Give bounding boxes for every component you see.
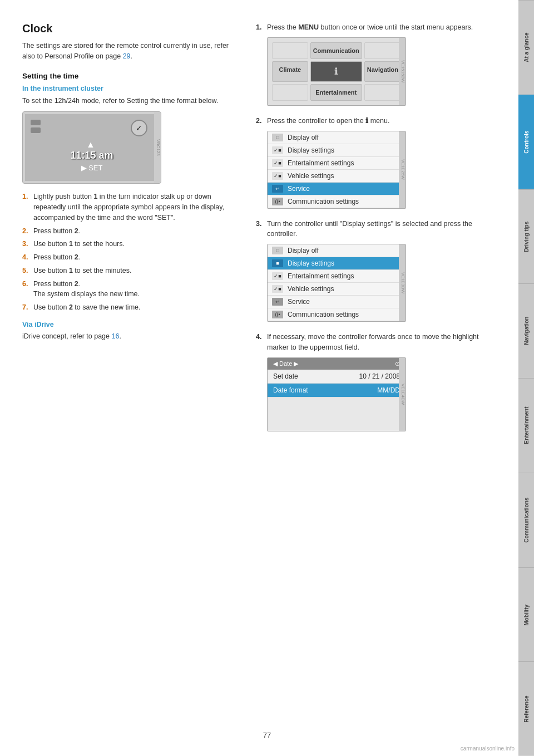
right-step-4: 4. If necessary, move the controller for… xyxy=(256,332,491,353)
menu-icon-vehicle-1: ✓■ xyxy=(272,172,283,180)
menu-icon-comm-settings-2: ((• xyxy=(272,311,283,318)
right-step-num-3: 3. xyxy=(256,219,267,240)
step-num-4: 4. xyxy=(22,252,33,263)
menu-label-comm-settings-1: Communication settings xyxy=(288,198,359,205)
menu-row-entertainment-2: ✓■ Entertainment settings xyxy=(268,270,406,283)
date-table-row-set-date: Set date 10 / 21 / 2008 xyxy=(268,370,406,384)
right-step-num-4: 4. xyxy=(256,332,267,353)
via-idrive-heading: Via iDrive xyxy=(22,321,239,328)
date-table-set-date-label: Set date xyxy=(268,370,337,383)
sidebar-tab-communications[interactable]: Communications xyxy=(518,473,534,567)
cluster-image-label: VBC123 xyxy=(154,112,161,183)
menu1-label: VE1E25W xyxy=(399,131,406,208)
menu-row-vehicle-1: ✓■ Vehicle settings xyxy=(268,170,406,183)
comm-cell-empty-3 xyxy=(272,84,308,101)
date-table-date-format-value: MM/DD xyxy=(337,384,406,397)
menu-icon-service-1: ↩ xyxy=(272,185,283,193)
menu-row-display-settings-2: ■ Display settings xyxy=(268,257,406,270)
cluster-check-icon: ✓ xyxy=(131,120,147,136)
menu-icon-entertainment-2: ✓■ xyxy=(272,272,283,280)
menu-icon-display-settings-2: ■ xyxy=(272,259,283,267)
menu-label-display-settings-2: Display settings xyxy=(288,259,334,267)
step-text-1: Lightly push button 1 in the turn indica… xyxy=(33,192,239,223)
right-step-2-block: 2. Press the controller to open the ℹ me… xyxy=(256,116,491,209)
step-item-2: 2. Press button 2. xyxy=(22,226,239,237)
date-table-header-left: ◀ Date ▶ xyxy=(273,360,298,367)
cluster-time: 11:15 am xyxy=(70,150,113,161)
right-step-1: 1. Press the MENU button once or twice u… xyxy=(256,22,491,33)
steps-list: 1. Lightly push button 1 in the turn ind… xyxy=(22,192,239,313)
cluster-image: ✓ ▲ 11:15 am ▶ SET VBC123 xyxy=(22,111,161,184)
date-table-label: VE1E4DW xyxy=(399,358,406,431)
comm-menu-grid: Communication Climate ℹ Navigation Enter… xyxy=(268,38,406,105)
instrument-cluster-text: To set the 12h/24h mode, refer to Settin… xyxy=(22,96,239,106)
cluster-set: ▶ SET xyxy=(81,164,103,172)
right-step-1-block: 1. Press the MENU button once or twice u… xyxy=(256,22,491,106)
menu-screenshot-2: □ Display off ■ Display settings ✓■ Ente… xyxy=(267,244,406,322)
cluster-icon-1 xyxy=(31,120,41,125)
step-text-4: Press button 2. xyxy=(33,252,80,263)
menu-label-display-settings-1: Display settings xyxy=(288,146,334,154)
step-text-7: Use button 2 to save the new time. xyxy=(33,302,140,313)
sidebar-tab-controls[interactable]: Controls xyxy=(518,95,534,189)
cluster-arrow: ▲ xyxy=(86,140,95,150)
right-step-num-2: 2. xyxy=(256,116,267,126)
menu-icon-service-2: ↩ xyxy=(272,298,283,306)
sidebar-tab-entertainment[interactable]: Entertainment xyxy=(518,378,534,473)
menu-row-display-off-1: □ Display off xyxy=(268,131,406,144)
menu2-label: VE1E3DW xyxy=(399,244,406,321)
sidebar-tab-at-a-glance[interactable]: At a glance xyxy=(518,0,534,95)
via-idrive-link[interactable]: 16 xyxy=(112,332,120,340)
sidebar-tab-navigation[interactable]: Navigation xyxy=(518,283,534,378)
sidebar-tab-mobility[interactable]: Mobility xyxy=(518,567,534,662)
step-num-2: 2. xyxy=(22,226,33,237)
step-item-7: 7. Use button 2 to save the new time. xyxy=(22,302,239,313)
menu-row-service-2: ↩ Service xyxy=(268,296,406,308)
sidebar-tab-driving-tips[interactable]: Driving tips xyxy=(518,189,534,284)
cluster-left-icons xyxy=(31,120,41,133)
step-item-5: 5. Use button 1 to set the minutes. xyxy=(22,266,239,276)
step-text-2: Press button 2. xyxy=(33,226,80,237)
section-title: Clock xyxy=(22,22,239,35)
step-item-6: 6. Press button 2.The system displays th… xyxy=(22,279,239,300)
date-table-row-date-format: Date format MM/DD xyxy=(268,384,406,397)
left-column: Clock The settings are stored for the re… xyxy=(22,22,256,734)
step-text-5: Use button 1 to set the minutes. xyxy=(33,266,132,276)
comm-cell-empty-4 xyxy=(364,84,401,101)
step-item-4: 4. Press button 2. xyxy=(22,252,239,263)
comm-menu-image: Communication Climate ℹ Navigation Enter… xyxy=(267,37,406,106)
intro-text: The settings are stored for the remote c… xyxy=(22,41,239,62)
comm-cell-entertainment: Entertainment xyxy=(310,84,362,101)
menu-label-vehicle-1: Vehicle settings xyxy=(288,172,334,180)
right-step-num-1: 1. xyxy=(256,22,267,33)
menu-label-entertainment-2: Entertainment settings xyxy=(288,272,354,280)
date-table: ◀ Date ▶ ⊙ Set date 10 / 21 / 2008 Date … xyxy=(267,357,406,431)
menu-icon-display-settings-1: ✓■ xyxy=(272,146,283,154)
menu-icon-vehicle-2: ✓■ xyxy=(272,285,283,293)
right-step-text-4: If necessary, move the controller forwar… xyxy=(267,332,491,353)
comm-cell-empty-2 xyxy=(364,42,401,59)
sidebar-tab-reference[interactable]: Reference xyxy=(518,661,534,756)
menu-row-display-off-2: □ Display off xyxy=(268,244,406,257)
menu-label-service-1: Service xyxy=(288,185,310,193)
comm-menu-label: VE15153W xyxy=(399,38,406,105)
watermark: carmanualsonline.info xyxy=(461,745,515,752)
intro-link[interactable]: 29 xyxy=(123,52,131,60)
menu-row-comm-settings-1: ((• Communication settings xyxy=(268,195,406,208)
comm-cell-info: ℹ xyxy=(310,61,362,82)
menu-icon-entertainment-1: ✓■ xyxy=(272,159,283,167)
instrument-cluster-heading: In the instrument cluster xyxy=(22,85,239,92)
menu-row-comm-settings-2: ((• Communication settings xyxy=(268,308,406,321)
step-item-1: 1. Lightly push button 1 in the turn ind… xyxy=(22,192,239,223)
date-table-header: ◀ Date ▶ ⊙ xyxy=(268,358,406,370)
menu-label-display-off-2: Display off xyxy=(288,247,319,254)
menu-row-vehicle-2: ✓■ Vehicle settings xyxy=(268,283,406,296)
right-step-3: 3. Turn the controller until "Display se… xyxy=(256,219,491,240)
step-num-7: 7. xyxy=(22,302,33,313)
sidebar-tabs: At a glance Controls Driving tips Naviga… xyxy=(518,0,534,756)
menu-icon-display-off-2: □ xyxy=(272,247,283,254)
menu-row-entertainment-1: ✓■ Entertainment settings xyxy=(268,157,406,170)
menu-icon-display-off-1: □ xyxy=(272,134,283,141)
right-step-3-block: 3. Turn the controller until "Display se… xyxy=(256,219,491,322)
comm-cell-navigation: Navigation xyxy=(364,61,401,82)
